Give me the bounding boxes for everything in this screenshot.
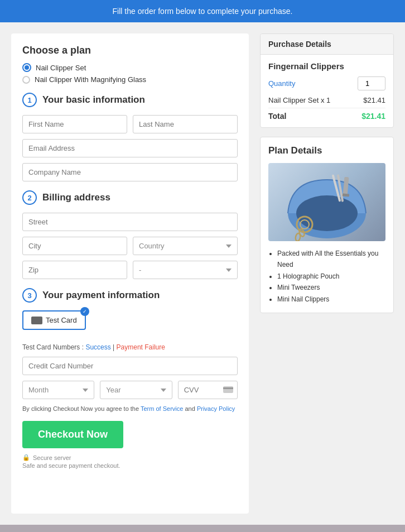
total-value: $21.41	[361, 112, 385, 121]
terms-text: By clicking Checkout Now you agree to th…	[22, 405, 238, 413]
plan-option-1[interactable]: Nail Clipper Set	[22, 63, 238, 72]
secure-row: 🔒 Secure server	[22, 454, 238, 461]
plan-option-2-label: Nail Clipper With Magnifying Glass	[35, 75, 146, 84]
right-panel: Purchase Details Fingernail Clippers Qua…	[260, 33, 394, 514]
step2-header: 2 Billing address	[22, 190, 238, 205]
month-select[interactable]: Month 01020304 05060708 09101112	[22, 381, 94, 399]
terms-of-service-link[interactable]: Term of Service	[141, 405, 183, 412]
plan-details-title: Plan Details	[268, 145, 385, 156]
left-panel: Choose a plan Nail Clipper Set Nail Clip…	[11, 33, 249, 514]
purchase-details-body: Fingernail Clippers Quantity Nail Clippe…	[261, 55, 393, 127]
country-select[interactable]: Country	[133, 237, 238, 255]
radio-unselected-icon	[22, 76, 30, 84]
test-card-note: Test Card Numbers : Success | Payment Fa…	[22, 343, 238, 351]
feature-list: Packed with All the Essentials you Need …	[268, 248, 385, 305]
company-name-input[interactable]	[22, 163, 238, 181]
product-image	[268, 163, 385, 241]
secure-label: Secure server	[33, 454, 71, 461]
svg-rect-0	[223, 386, 233, 393]
zip-input[interactable]	[22, 261, 127, 279]
step2-title: Billing address	[42, 192, 110, 203]
quantity-label: Quantity	[268, 79, 295, 88]
step3-title: Your payment information	[42, 290, 160, 301]
step3-circle: 3	[22, 288, 37, 303]
success-link[interactable]: Success	[85, 343, 110, 351]
line-item-price: $21.41	[363, 96, 385, 104]
card-button-container: Test Card ✓	[22, 310, 238, 337]
quantity-row: Quantity	[268, 76, 385, 90]
plan-details-box: Plan Details	[260, 137, 394, 313]
safe-text: Safe and secure payment checkout.	[22, 462, 238, 469]
main-container: Choose a plan Nail Clipper Set Nail Clip…	[0, 22, 405, 525]
payment-failure-link[interactable]: Payment Failure	[117, 343, 165, 351]
expiry-cvv-row: Month 01020304 05060708 09101112 Year 20…	[22, 381, 238, 399]
test-card-button[interactable]: Test Card ✓	[22, 310, 86, 330]
cvv-card-icon	[223, 386, 233, 395]
email-row	[22, 139, 238, 157]
last-name-input[interactable]	[133, 115, 238, 133]
page-wrapper: Fill the order form below to complete yo…	[0, 0, 405, 532]
plan-option-2[interactable]: Nail Clipper With Magnifying Glass	[22, 75, 238, 84]
line-item-row: Nail Clipper Set x 1 $21.41	[268, 96, 385, 108]
email-input[interactable]	[22, 139, 238, 157]
top-banner: Fill the order form below to complete yo…	[0, 0, 405, 22]
state-select[interactable]: -	[133, 261, 238, 279]
quantity-input[interactable]	[358, 76, 385, 90]
choose-plan-title: Choose a plan	[22, 45, 238, 56]
plan-options: Nail Clipper Set Nail Clipper With Magni…	[22, 63, 238, 84]
feature-item-2: 1 Holographic Pouch	[277, 271, 385, 282]
lock-icon: 🔒	[22, 454, 30, 461]
step3-header: 3 Your payment information	[22, 288, 238, 303]
banner-text: Fill the order form below to complete yo…	[113, 7, 293, 16]
plan-option-1-label: Nail Clipper Set	[36, 64, 86, 72]
feature-item-1: Packed with All the Essentials you Need	[277, 248, 385, 271]
svg-point-3	[296, 195, 358, 231]
company-row	[22, 163, 238, 181]
street-row	[22, 213, 238, 231]
test-card-label: Test Card	[46, 316, 77, 324]
product-title: Fingernail Clippers	[268, 61, 385, 71]
purchase-details-box: Purchase Details Fingernail Clippers Qua…	[260, 33, 394, 128]
credit-card-icon	[31, 317, 42, 324]
purchase-details-header: Purchase Details	[261, 34, 393, 55]
feature-item-4: Mini Nail Clippers	[277, 294, 385, 305]
city-country-row: Country	[22, 237, 238, 255]
total-row: Total $21.41	[268, 112, 385, 121]
zip-state-row: -	[22, 261, 238, 279]
city-input[interactable]	[22, 237, 127, 255]
feature-item-3: Mini Tweezers	[277, 282, 385, 293]
check-badge-icon: ✓	[80, 307, 89, 316]
step2-circle: 2	[22, 190, 37, 205]
total-label: Total	[268, 112, 286, 121]
street-input[interactable]	[22, 213, 238, 231]
first-name-input[interactable]	[22, 115, 127, 133]
step1-circle: 1	[22, 93, 37, 107]
radio-selected-icon	[22, 63, 31, 72]
credit-number-row	[22, 357, 238, 375]
credit-card-number-input[interactable]	[22, 357, 238, 375]
cvv-wrapper	[178, 381, 238, 399]
svg-rect-1	[223, 387, 233, 389]
svg-rect-7	[343, 193, 349, 196]
name-row	[22, 115, 238, 133]
step1-title: Your basic information	[42, 94, 145, 106]
step1-header: 1 Your basic information	[22, 93, 238, 107]
svg-point-11	[295, 233, 301, 241]
line-item-label: Nail Clipper Set x 1	[268, 96, 330, 104]
privacy-policy-link[interactable]: Privacy Policy	[197, 405, 235, 412]
checkout-now-button[interactable]: Checkout Now	[22, 421, 123, 448]
year-select[interactable]: Year 202420252026 202720282029	[100, 381, 172, 399]
